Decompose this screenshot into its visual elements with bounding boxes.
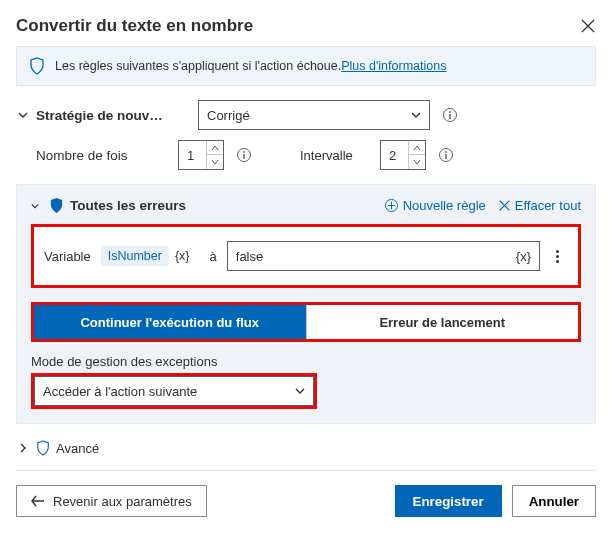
cancel-button[interactable]: Annuler <box>512 485 596 517</box>
save-button[interactable]: Enregistrer <box>395 485 502 517</box>
strategy-select[interactable]: Corrigé <box>198 100 430 130</box>
info-icon[interactable] <box>438 147 454 163</box>
variable-label: Variable <box>44 249 91 264</box>
strategy-label: Stratégie de nouv… <box>36 108 198 123</box>
chevron-down-icon <box>295 386 305 396</box>
plus-circle-icon <box>384 198 399 213</box>
interval-value: 2 <box>389 148 396 163</box>
svg-rect-2 <box>449 114 450 119</box>
new-rule-button[interactable]: Nouvelle règle <box>384 198 486 213</box>
exception-mode-select[interactable]: Accéder à l'action suivante <box>34 376 314 406</box>
close-icon[interactable] <box>580 18 596 34</box>
svg-rect-5 <box>243 154 244 159</box>
chevron-down-icon[interactable] <box>31 201 45 211</box>
retries-label: Nombre de fois <box>16 148 178 163</box>
divider <box>16 470 596 471</box>
advanced-label: Avancé <box>56 441 99 456</box>
errors-title: Toutes les erreurs <box>70 198 186 213</box>
exception-mode-label: Mode de gestion des exceptions <box>31 354 581 369</box>
variable-chip[interactable]: IsNumber <box>101 246 169 266</box>
chevron-down-icon <box>411 110 421 120</box>
info-banner: Les règles suivantes s'appliquent si l'a… <box>16 46 596 86</box>
spinner-down-icon[interactable] <box>207 155 223 169</box>
spinner-up-icon[interactable] <box>207 141 223 155</box>
shield-icon <box>29 57 45 75</box>
shield-icon <box>36 440 50 456</box>
clear-all-button[interactable]: Effacer tout <box>498 198 581 213</box>
interval-label: Intervalle <box>300 148 380 163</box>
interval-input[interactable]: 2 <box>380 140 426 170</box>
tab-continue-flow[interactable]: Continuer l'exécution du flux <box>34 305 306 339</box>
dialog-title: Convertir du texte en nombre <box>16 16 253 36</box>
exception-mode-value: Accéder à l'action suivante <box>43 384 197 399</box>
more-info-link[interactable]: Plus d'informations <box>341 59 446 73</box>
svg-point-1 <box>449 111 451 113</box>
to-label: à <box>210 249 217 264</box>
chevron-down-icon[interactable] <box>16 110 30 120</box>
advanced-section[interactable]: Avancé <box>16 440 596 456</box>
banner-text: Les règles suivantes s'appliquent si l'a… <box>55 59 341 73</box>
kebab-menu-icon[interactable] <box>546 250 568 263</box>
rule-value: false <box>236 249 263 264</box>
info-icon[interactable] <box>442 107 458 123</box>
tab-throw-error[interactable]: Erreur de lancement <box>306 305 579 339</box>
arrow-left-icon <box>31 495 45 507</box>
svg-point-4 <box>243 151 245 153</box>
shield-icon <box>49 197 64 214</box>
retries-value: 1 <box>187 148 194 163</box>
close-icon <box>498 199 511 212</box>
svg-point-7 <box>445 151 447 153</box>
rule-row: Variable IsNumber {x} à false {x} <box>31 224 581 288</box>
fx-icon[interactable]: {x} <box>175 249 190 263</box>
retries-input[interactable]: 1 <box>178 140 224 170</box>
chevron-right-icon <box>16 443 30 453</box>
fx-icon[interactable]: {x} <box>516 249 531 264</box>
svg-rect-8 <box>445 154 446 159</box>
rule-value-input[interactable]: false {x} <box>227 241 540 271</box>
strategy-value: Corrigé <box>207 108 250 123</box>
spinner-up-icon[interactable] <box>409 141 425 155</box>
back-button[interactable]: Revenir aux paramètres <box>16 485 207 517</box>
info-icon[interactable] <box>236 147 252 163</box>
spinner-down-icon[interactable] <box>409 155 425 169</box>
